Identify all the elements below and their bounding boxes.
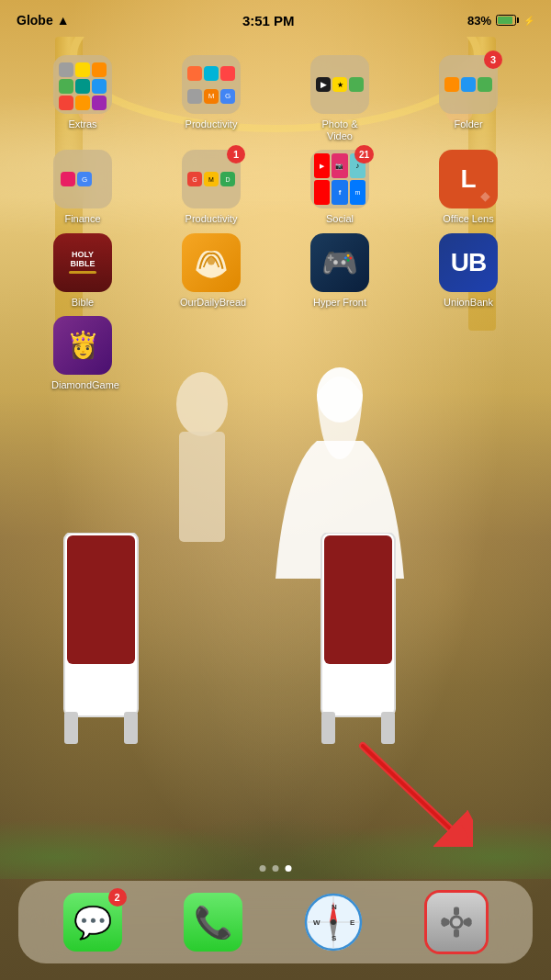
- svg-text:W: W: [313, 918, 320, 927]
- chair-right: [303, 533, 505, 744]
- app-hyperfront[interactable]: 🎮 Hyper Front: [276, 233, 404, 309]
- status-right: 83% ⚡: [467, 14, 534, 28]
- productivity2-badge: 1: [227, 145, 245, 163]
- app-extras[interactable]: Extras: [18, 55, 147, 142]
- app-empty2: [276, 316, 404, 391]
- svg-rect-15: [324, 535, 392, 664]
- status-left: Globe ▲: [17, 13, 70, 28]
- svg-rect-35: [454, 907, 459, 916]
- svg-point-34: [452, 918, 460, 927]
- dock-messages[interactable]: 💬 2: [63, 893, 122, 952]
- chair-left: [46, 533, 248, 744]
- status-time: 3:51 PM: [242, 13, 295, 28]
- svg-point-21: [208, 257, 215, 265]
- battery-icon: [496, 15, 519, 26]
- app-unionbank[interactable]: UB UnionBank: [404, 233, 533, 309]
- svg-rect-13: [124, 712, 138, 744]
- svg-rect-9: [179, 432, 225, 542]
- folder-badge: 3: [484, 51, 502, 69]
- hyperfront-label: Hyper Front: [313, 297, 366, 309]
- svg-text:N: N: [332, 903, 337, 911]
- app-productivity2[interactable]: G M D 1 Productivity: [147, 150, 276, 225]
- svg-rect-12: [64, 712, 78, 744]
- svg-text:S: S: [332, 934, 337, 942]
- svg-rect-16: [321, 712, 335, 744]
- status-bar: Globe ▲ 3:51 PM 83% ⚡: [0, 0, 551, 40]
- finance-label: Finance: [64, 213, 100, 225]
- app-bible[interactable]: HOLYBIBLE Bible: [18, 233, 147, 309]
- app-grid: Extras M G Productivity ▶ ★ Photo & Vide…: [0, 46, 551, 400]
- app-officelens[interactable]: L ◆ Office Lens: [404, 150, 533, 225]
- dock-safari[interactable]: N S E W: [304, 893, 363, 952]
- dock-phone[interactable]: 📞: [184, 893, 242, 952]
- app-productivity1[interactable]: M G Productivity: [147, 55, 276, 142]
- officelens-label: Office Lens: [443, 213, 493, 225]
- app-finance[interactable]: G Finance: [18, 150, 147, 225]
- svg-rect-11: [67, 535, 135, 664]
- page-dot-1[interactable]: [273, 865, 279, 872]
- page-dot-0[interactable]: [260, 865, 266, 872]
- app-ourdailybread[interactable]: OurDailyBread: [147, 233, 276, 309]
- page-dot-2[interactable]: [286, 865, 292, 872]
- ourdailybread-label: OurDailyBread: [180, 297, 242, 309]
- battery-percent: 83%: [467, 14, 491, 28]
- app-empty3: [404, 316, 533, 391]
- carrier-label: Globe: [17, 13, 53, 28]
- dock-settings[interactable]: [424, 890, 489, 954]
- social-badge: 21: [354, 145, 374, 163]
- app-folder[interactable]: 3 Folder: [404, 55, 533, 142]
- svg-line-20: [363, 746, 450, 828]
- messages-badge: 2: [108, 888, 127, 907]
- unionbank-label: UnionBank: [444, 297, 493, 309]
- diamondgame-label: DiamondGame: [51, 379, 114, 391]
- app-diamondgame[interactable]: 👸 DiamondGame: [18, 316, 147, 391]
- charging-bolt: ⚡: [523, 16, 534, 26]
- productivity1-label: Productivity: [186, 118, 238, 130]
- gear-icon: [434, 900, 478, 944]
- page-dots: [260, 865, 292, 872]
- photovideo-label: Photo & Video: [309, 118, 371, 142]
- svg-text:E: E: [350, 918, 355, 927]
- social-label: Social: [326, 213, 354, 225]
- extras-label: Extras: [68, 118, 96, 130]
- svg-rect-36: [454, 929, 459, 938]
- app-social[interactable]: ▶ 📷 ♪ f m 21 Social: [276, 150, 404, 225]
- svg-point-28: [331, 919, 336, 925]
- productivity2-label: Productivity: [186, 213, 238, 225]
- dock: 💬 2 📞 N S E: [18, 881, 533, 963]
- folder-label: Folder: [454, 118, 482, 130]
- bible-label: Bible: [72, 297, 94, 309]
- app-photovideo[interactable]: ▶ ★ Photo & Video: [276, 55, 404, 142]
- app-empty1: [147, 316, 276, 391]
- red-arrow: [354, 727, 473, 847]
- wifi-icon: ▲: [57, 13, 70, 28]
